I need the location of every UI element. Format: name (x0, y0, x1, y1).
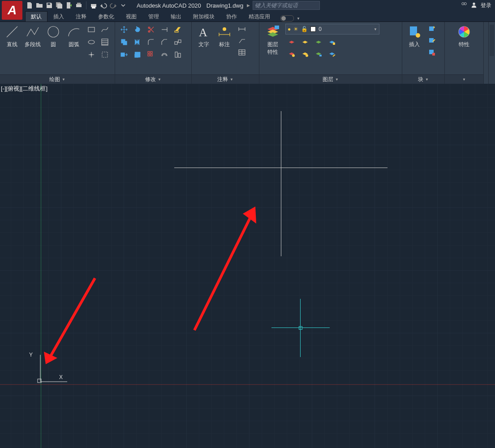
saveall-icon[interactable] (55, 1, 64, 10)
offset-icon[interactable] (158, 49, 171, 60)
rectangle-icon[interactable] (85, 24, 98, 35)
layer-properties-icon (265, 24, 281, 40)
table-icon[interactable] (236, 47, 248, 58)
arc-button[interactable]: 圆弧 (65, 24, 83, 48)
mirror-icon[interactable] (131, 36, 144, 48)
chamfer-icon[interactable] (158, 36, 171, 48)
layer-unlock-icon[interactable] (326, 48, 338, 60)
tab-view[interactable]: 视图 (120, 11, 142, 22)
tab-parametric[interactable]: 参数化 (92, 11, 120, 22)
point-icon[interactable] (85, 49, 98, 60)
explode-icon[interactable] (172, 36, 184, 48)
tab-default[interactable]: 默认 (25, 11, 47, 22)
svg-rect-53 (333, 43, 335, 45)
title-right: 登录 (461, 0, 491, 11)
line-button[interactable]: 直线 (3, 24, 22, 48)
login-label[interactable]: 登录 (481, 2, 491, 9)
layer-freeze-icon[interactable] (312, 36, 325, 48)
ucs-x-label: X (59, 374, 63, 380)
svg-point-6 (462, 2, 464, 4)
user-icon[interactable] (471, 2, 477, 9)
circle-button[interactable]: 圆 (44, 24, 63, 48)
panel-title-layers[interactable]: 图层▼ (259, 74, 402, 84)
insert-block-button[interactable]: 插入 (405, 24, 424, 48)
polyline-button[interactable]: 多段线 (23, 24, 42, 48)
ribbon-toggle[interactable] (280, 15, 294, 22)
open-icon[interactable] (35, 1, 44, 10)
panel-title-annotate[interactable]: 注释▼ (192, 74, 259, 84)
tab-manage[interactable]: 管理 (142, 11, 165, 22)
print-icon[interactable] (89, 1, 98, 10)
plot-icon[interactable] (74, 1, 83, 10)
svg-rect-62 (432, 53, 435, 56)
layer-combo[interactable]: ● ☀ 🔓 0 ▼ (285, 24, 379, 34)
save-icon[interactable] (45, 1, 54, 10)
polyline-icon (25, 24, 41, 40)
panel-annotate: A 文字 标注 注释▼ (192, 22, 259, 84)
tab-featured[interactable]: 精选应用 (243, 11, 276, 22)
pick-box (299, 326, 302, 330)
layer-uniso-icon[interactable] (312, 48, 325, 60)
spline-icon[interactable] (99, 24, 111, 35)
rotate-icon[interactable] (131, 24, 144, 35)
panel-title-modify[interactable]: 修改▼ (115, 74, 191, 84)
panel-title-props[interactable]: ▼ (445, 74, 483, 84)
properties-button[interactable]: 特性 (455, 24, 473, 48)
lock-icon: 🔓 (301, 26, 308, 32)
dimension-button[interactable]: 标注 (215, 24, 234, 48)
tab-insert[interactable]: 插入 (47, 11, 70, 22)
create-block-icon[interactable] (426, 24, 438, 34)
panel-title-draw[interactable]: 绘图▼ (0, 74, 115, 84)
scale-icon[interactable] (131, 49, 144, 60)
panel-title-block[interactable]: 块▼ (402, 74, 444, 84)
stretch-icon[interactable] (118, 49, 130, 60)
text-button[interactable]: A 文字 (194, 24, 213, 48)
layer-prev-icon[interactable] (299, 48, 311, 60)
svg-line-67 (51, 278, 95, 355)
redo-icon[interactable] (109, 1, 118, 10)
region-icon[interactable] (99, 49, 111, 60)
layer-iso-icon[interactable] (299, 36, 311, 48)
trim-icon[interactable] (145, 24, 157, 35)
undo-icon[interactable] (99, 1, 108, 10)
layer-lock-icon[interactable] (326, 36, 338, 48)
fillet-icon[interactable] (145, 36, 157, 48)
array-icon[interactable] (145, 49, 157, 60)
svg-rect-28 (175, 42, 177, 44)
erase-icon[interactable] (172, 24, 184, 35)
tab-collaborate[interactable]: 协作 (220, 11, 243, 22)
axis-y-line (41, 84, 41, 448)
linear-dim-icon[interactable] (236, 24, 248, 34)
search-placeholder: 键入关键字或短语 (255, 2, 298, 9)
hatch-icon[interactable] (99, 36, 111, 48)
ribbon-overflow[interactable] (488, 22, 495, 84)
svg-rect-31 (121, 53, 125, 56)
tab-output[interactable]: 输出 (165, 11, 187, 22)
edit-block-icon[interactable] (426, 35, 438, 46)
copy-icon[interactable] (118, 36, 130, 48)
attrib-icon[interactable] (426, 47, 438, 58)
ellipse-icon[interactable] (85, 36, 98, 48)
extend-icon[interactable] (158, 24, 171, 35)
infocenter-icon[interactable] (461, 2, 467, 9)
qat-dropdown-icon[interactable] (119, 1, 128, 10)
new-icon[interactable] (25, 1, 34, 10)
tab-annotate[interactable]: 注释 (70, 11, 92, 22)
ribbon-expand-icon[interactable]: ▼ (297, 17, 300, 21)
export-icon[interactable] (65, 1, 73, 10)
svg-point-7 (464, 2, 466, 4)
align-icon[interactable] (172, 49, 184, 60)
doc-dropdown-icon[interactable]: ▶ (247, 3, 250, 8)
leader-icon[interactable] (236, 35, 248, 46)
layer-properties-button[interactable]: 图层 特性 (262, 24, 284, 56)
drawing-canvas[interactable]: [-][俯视][二维线框] Y X (0, 84, 495, 448)
tab-addins[interactable]: 附加模块 (187, 11, 220, 22)
layer-off-icon[interactable] (285, 36, 298, 48)
app-logo-icon[interactable]: A (2, 1, 22, 20)
lightbulb-icon: ● (288, 26, 291, 32)
search-input[interactable]: 键入关键字或短语 (253, 1, 320, 10)
move-icon[interactable] (118, 24, 130, 35)
chevron-down-icon: ▼ (230, 78, 233, 82)
layer-match-icon[interactable] (285, 48, 298, 60)
svg-rect-25 (175, 31, 178, 32)
